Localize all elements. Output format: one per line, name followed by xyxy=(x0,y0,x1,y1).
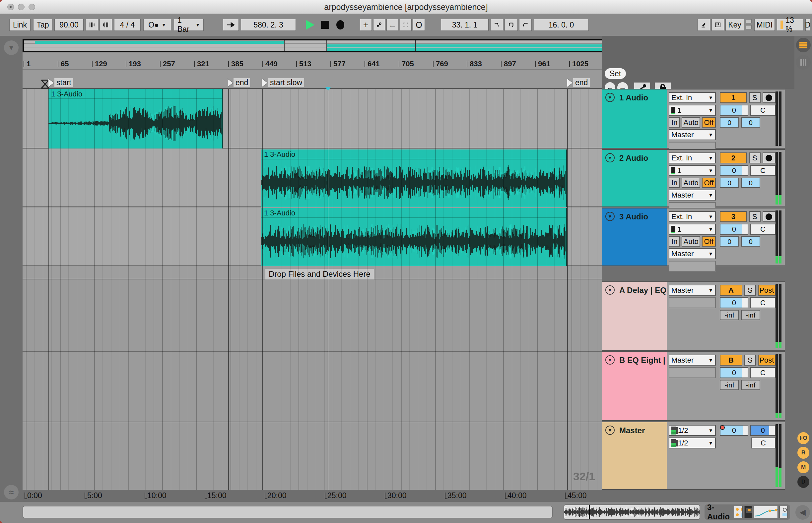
fold-track-button[interactable]: ▼ xyxy=(605,426,615,435)
send-a-field[interactable]: 0 xyxy=(720,178,739,188)
time-signature-field[interactable]: 4 / 4 xyxy=(114,19,141,31)
volume-field[interactable]: 0 xyxy=(720,105,748,116)
track-activator-button[interactable]: B xyxy=(720,355,742,365)
draw-mode-pencil-icon[interactable] xyxy=(697,19,710,31)
input-channel-dropdown[interactable]: 1▼ xyxy=(669,105,716,116)
follow-button[interactable] xyxy=(223,19,239,31)
monitor-auto-button[interactable]: Auto xyxy=(681,178,700,188)
punch-out-icon[interactable] xyxy=(519,19,532,31)
input-type-dropdown[interactable]: Ext. In▼ xyxy=(669,92,716,103)
output-channel-box[interactable] xyxy=(669,367,716,378)
track-activator-button[interactable]: 2 xyxy=(720,152,747,163)
volume-field[interactable]: 0 xyxy=(720,165,748,176)
pre-post-toggle[interactable]: Post xyxy=(758,285,776,296)
pan-field[interactable]: C xyxy=(751,437,776,448)
pre-post-toggle[interactable]: Post xyxy=(758,355,776,365)
arrangement-record-button[interactable] xyxy=(336,20,344,30)
master-volume-field[interactable]: 0 xyxy=(750,425,776,436)
loop-start-display[interactable]: 33. 1. 1 xyxy=(441,19,488,31)
volume-field[interactable]: 0 xyxy=(720,297,748,308)
link-button[interactable]: Link xyxy=(9,19,31,31)
beat-time-ruler[interactable]: 1 65 129 193 257 321 385 449 513 577 641… xyxy=(22,52,602,70)
track-header-2[interactable]: ▼ 2 Audio Ext. In▼ 1▼ In Auto Off Master… xyxy=(602,149,785,207)
pan-field[interactable]: C xyxy=(750,224,776,235)
overdub-plus-button[interactable]: + xyxy=(360,19,372,31)
midi-overdub-button[interactable] xyxy=(373,19,385,31)
tap-tempo-button[interactable]: Tap xyxy=(33,19,52,31)
return-track-header-b[interactable]: ▼ B EQ Eight | Master▼ B S Post 0 C -inf… xyxy=(602,351,785,421)
locator-lane[interactable]: start end start slow end xyxy=(22,70,602,89)
input-channel-dropdown[interactable]: 1▼ xyxy=(669,224,716,235)
track-header-3[interactable]: ▼ 3 Audio Ext. In▼ 1▼ In Auto Off Master… xyxy=(602,208,785,266)
key-map-button[interactable]: Key xyxy=(725,19,744,31)
current-clip-chip[interactable]: 3-Audio xyxy=(705,504,790,520)
metronome-button[interactable]: O● ▼ xyxy=(143,19,171,31)
preview-volume-field[interactable]: 0 xyxy=(720,425,748,436)
input-type-dropdown[interactable]: Ext. In▼ xyxy=(669,211,716,222)
fold-track-button[interactable]: ▼ xyxy=(605,93,615,102)
track-name-cell[interactable]: ▼ B EQ Eight | xyxy=(602,352,667,420)
pan-field[interactable]: C xyxy=(750,367,776,378)
send-a-field[interactable]: 0 xyxy=(720,236,739,247)
monitor-auto-button[interactable]: Auto xyxy=(681,117,700,128)
nudge-down-icon[interactable] xyxy=(86,19,98,31)
tempo-field[interactable]: 90.00 xyxy=(54,19,84,31)
arrangement-area[interactable]: Drop Files and Devices Here 1 3-Audio 1 … xyxy=(22,89,602,490)
show-mixer-toggle[interactable]: M xyxy=(797,461,809,473)
send-a-field[interactable]: 0 xyxy=(720,117,739,128)
output-dropdown[interactable]: Master▼ xyxy=(669,248,716,259)
locator-start[interactable]: start xyxy=(48,78,73,87)
show-returns-toggle[interactable]: R xyxy=(797,447,809,459)
arm-record-button[interactable] xyxy=(763,92,776,103)
computer-midi-keyboard-icon[interactable] xyxy=(711,19,724,31)
solo-button[interactable]: S xyxy=(744,355,756,365)
locator-start-slow[interactable]: start slow xyxy=(262,78,304,87)
track-name-cell[interactable]: ▼ A Delay | EQ xyxy=(602,282,667,350)
loop-marker-button[interactable]: O xyxy=(413,19,425,31)
track-name-cell[interactable]: ▼ 3 Audio xyxy=(602,209,667,266)
master-out-dropdown[interactable]: 1/2▼ xyxy=(669,437,716,448)
loop-switch-icon[interactable] xyxy=(504,19,518,31)
session-record-button[interactable] xyxy=(400,19,412,31)
fold-track-button[interactable]: ▼ xyxy=(605,212,615,221)
input-type-dropdown[interactable]: Ext. In▼ xyxy=(669,152,716,163)
midi-map-button[interactable]: MIDI xyxy=(754,19,775,31)
set-locator-button[interactable]: Set xyxy=(605,68,626,79)
monitor-off-button[interactable]: Off xyxy=(702,178,716,188)
playhead[interactable] xyxy=(328,89,328,490)
send-b-field[interactable]: 0 xyxy=(741,178,760,188)
cpu-load-meter[interactable]: 13 % xyxy=(777,19,804,31)
send-b-field[interactable]: -inf xyxy=(741,380,760,390)
fold-track-button[interactable]: ▼ xyxy=(605,153,615,162)
return-track-header-a[interactable]: ▼ A Delay | EQ Master▼ A S Post 0 C -inf… xyxy=(602,282,785,351)
loop-length-display[interactable]: 16. 0. 0 xyxy=(534,19,589,31)
solo-button[interactable]: S xyxy=(749,152,761,163)
punch-in-icon[interactable] xyxy=(490,19,503,31)
monitor-in-button[interactable]: In xyxy=(669,178,680,188)
volume-field[interactable]: 0 xyxy=(720,224,748,235)
send-b-field[interactable]: 0 xyxy=(741,117,760,128)
send-a-field[interactable]: -inf xyxy=(720,380,739,390)
monitor-in-button[interactable]: In xyxy=(669,117,680,128)
horizontal-scrollbar[interactable] xyxy=(22,506,553,518)
track-header-1[interactable]: ▼ 1 Audio Ext. In▼ 1▼ In Auto Off Master… xyxy=(602,89,785,148)
monitor-auto-button[interactable]: Auto xyxy=(681,236,700,247)
audio-clip-track3[interactable]: 1 3-Audio xyxy=(261,208,567,266)
show-detail-view-button[interactable]: ◀ xyxy=(795,505,810,520)
pan-field[interactable]: C xyxy=(750,105,776,116)
clip-overview[interactable] xyxy=(564,504,700,520)
quantization-menu[interactable]: 1 Bar ▼ xyxy=(174,19,204,31)
master-track-header[interactable]: ▼ Master 1/2▼ 1/2▼ 0 0 C xyxy=(602,421,785,490)
monitor-off-button[interactable]: Off xyxy=(702,236,716,247)
pan-field[interactable]: C xyxy=(750,297,776,308)
play-button[interactable] xyxy=(306,20,314,30)
arm-record-button[interactable] xyxy=(763,211,776,222)
audio-clip-track1[interactable]: 1 3-Audio xyxy=(48,89,223,148)
volume-field[interactable]: 0 xyxy=(720,367,748,378)
track-activator-button[interactable]: A xyxy=(720,285,742,296)
output-channel-box[interactable] xyxy=(669,261,716,272)
solo-button[interactable]: S xyxy=(744,285,756,296)
output-dropdown[interactable]: Master▼ xyxy=(669,355,716,365)
arrangement-position-display[interactable]: 580. 2. 3 xyxy=(241,19,296,31)
lanes-view-icon[interactable] xyxy=(796,55,811,70)
